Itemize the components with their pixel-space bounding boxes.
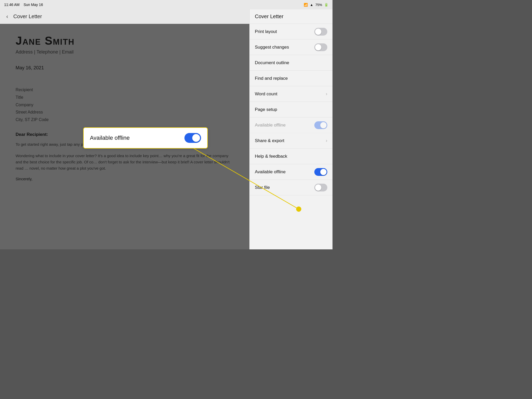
menu-item-document-outline[interactable]: Document outline	[250, 55, 332, 71]
doc-date: May 16, 2021	[16, 65, 234, 71]
toggle-thumb	[320, 169, 327, 175]
battery-icon: 🔋	[324, 3, 328, 7]
menu-item-star-file[interactable]: Star file	[250, 180, 332, 195]
status-time: 11:46 AM	[4, 3, 19, 7]
doc-contact: Address | Telephone | Email	[16, 49, 234, 55]
status-bar: 11:46 AM Sun May 16 📶 ▲ 75% 🔋	[0, 0, 332, 9]
doc-author-name: Jane Smith	[16, 34, 234, 47]
toggle-thumb	[315, 44, 321, 50]
help-feedback-label: Help & feedback	[255, 154, 287, 159]
menu-item-word-count[interactable]: Word count ›	[250, 86, 332, 102]
star-file-toggle[interactable]	[314, 184, 327, 191]
menu-list: Print layout Suggest changes Document ou…	[250, 24, 332, 195]
menu-item-print-layout[interactable]: Print layout	[250, 24, 332, 39]
available-offline-2-label: Available offline	[255, 169, 285, 175]
word-count-chevron: ›	[326, 91, 327, 97]
wifi-icon: 📶	[304, 3, 308, 7]
right-panel: Cover Letter Print layout Suggest change…	[249, 0, 332, 249]
menu-item-suggest-changes[interactable]: Suggest changes	[250, 39, 332, 55]
toggle-thumb	[320, 122, 327, 128]
available-offline-panel-label: Available offline	[255, 123, 285, 128]
toggle-thumb	[315, 29, 321, 35]
signal-icon: ▲	[310, 3, 313, 7]
callout-toggle[interactable]	[184, 133, 201, 143]
available-offline-callout[interactable]: Available offline	[83, 127, 208, 149]
share-export-chevron: ›	[326, 138, 327, 143]
doc-recipient: Recipient Title Company Street Address C…	[16, 86, 234, 124]
find-replace-label: Find and replace	[255, 76, 288, 81]
menu-item-find-replace[interactable]: Find and replace	[250, 71, 332, 86]
status-icons: 📶 ▲ 75% 🔋	[304, 3, 328, 7]
page-setup-label: Page setup	[255, 107, 277, 112]
toggle-thumb	[315, 184, 321, 191]
back-button[interactable]: ‹	[4, 12, 10, 21]
available-offline-panel-toggle[interactable]	[314, 121, 327, 129]
recipient-line3: Company	[16, 101, 234, 109]
share-export-label: Share & export	[255, 138, 284, 143]
available-offline-2-toggle[interactable]	[314, 168, 327, 176]
menu-item-page-setup[interactable]: Page setup	[250, 102, 332, 117]
doc-title: Cover Letter	[13, 14, 42, 19]
word-count-label: Word count	[255, 91, 277, 97]
recipient-line4: Street Address	[16, 109, 234, 116]
panel-title: Cover Letter	[255, 14, 283, 19]
battery-percent: 75%	[315, 3, 322, 7]
document-outline-label: Document outline	[255, 60, 289, 65]
status-time-date: 11:46 AM Sun May 16	[4, 3, 43, 7]
recipient-line1: Recipient	[16, 86, 234, 94]
menu-item-available-offline-2[interactable]: Available offline	[250, 164, 332, 180]
recipient-line2: Title	[16, 94, 234, 101]
doc-body2: Wondering what to include in your cover …	[16, 153, 234, 171]
suggest-changes-toggle[interactable]	[314, 43, 327, 51]
suggest-changes-label: Suggest changes	[255, 45, 289, 50]
doc-header: ‹ Cover Letter	[0, 9, 249, 24]
recipient-line5: City, ST ZIP Code	[16, 116, 234, 124]
callout-label: Available offline	[90, 135, 130, 141]
status-date: Sun May 16	[24, 3, 43, 7]
print-layout-label: Print layout	[255, 29, 277, 34]
menu-item-available-offline-panel[interactable]: Available offline	[250, 117, 332, 133]
print-layout-toggle[interactable]	[314, 28, 327, 36]
callout-toggle-thumb	[192, 134, 200, 142]
menu-item-share-export[interactable]: Share & export ›	[250, 133, 332, 149]
star-file-label: Star file	[255, 185, 270, 190]
menu-item-help-feedback[interactable]: Help & feedback	[250, 149, 332, 164]
doc-sincerely: Sincerely,	[16, 177, 234, 181]
